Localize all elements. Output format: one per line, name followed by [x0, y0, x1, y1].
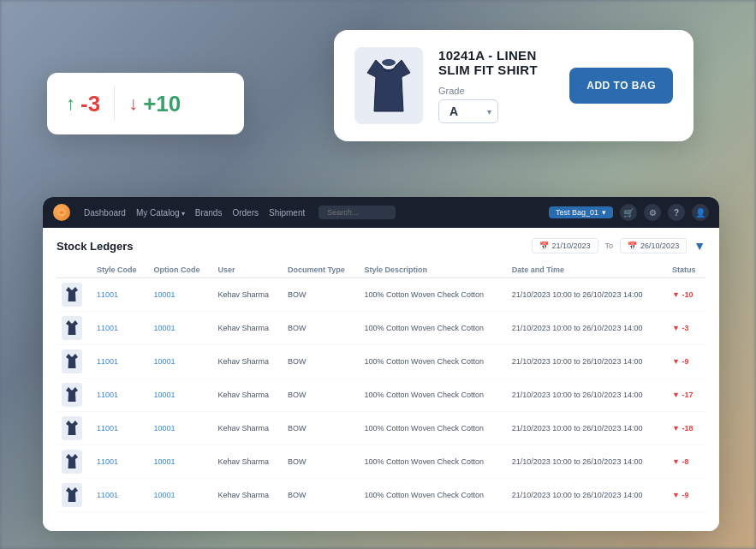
doc-type-cell: BOW	[283, 412, 360, 445]
divider	[114, 87, 115, 121]
style-code-cell: 11001	[92, 479, 149, 512]
add-to-bag-button[interactable]: ADD TO BAG	[569, 68, 673, 104]
nav-my-catalog[interactable]: My Catalog	[136, 208, 185, 218]
stock-positive-value: +10	[143, 91, 181, 117]
nav-orders[interactable]: Orders	[232, 208, 259, 218]
option-code-link[interactable]: 10001	[153, 391, 175, 399]
arrow-down-icon: ↓	[128, 92, 138, 115]
user-cell: Kehav Sharma	[213, 445, 283, 479]
product-image	[354, 47, 423, 124]
status-badge: ▼ -17	[672, 391, 693, 399]
option-code-cell: 10001	[148, 345, 212, 379]
grade-label: Grade	[438, 86, 554, 96]
status-cell: ▼ -9	[667, 479, 705, 512]
settings-button[interactable]: ⚙	[644, 204, 661, 221]
mini-shirt-icon	[65, 420, 79, 437]
to-label: To	[605, 242, 614, 250]
option-code-link[interactable]: 10001	[153, 324, 175, 332]
row-image	[62, 316, 82, 340]
style-code-cell: 11001	[92, 312, 149, 345]
grade-select[interactable]: A B C	[438, 99, 498, 123]
user-cell: Kehav Sharma	[213, 379, 283, 412]
date-to-value: 26/10/2023	[640, 242, 679, 250]
gear-icon: ⚙	[649, 208, 657, 218]
nav-brands[interactable]: Brands	[195, 208, 223, 218]
stock-change-card: ↑ -3 ↓ +10	[47, 73, 244, 134]
table-row: 11001 10001 Kehav Sharma BOW 100% Cotton…	[57, 278, 705, 312]
date-time-cell: 21/10/2023 10:00 to 26/10/2023 14:00	[507, 445, 667, 479]
style-code-link[interactable]: 11001	[97, 290, 118, 299]
mini-shirt-icon	[65, 453, 79, 470]
shirt-icon	[363, 56, 414, 116]
row-image	[62, 283, 82, 307]
style-code-link[interactable]: 11001	[97, 424, 118, 433]
row-image	[62, 383, 82, 407]
option-code-cell: 10001	[148, 445, 212, 479]
page-content: Stock Ledgers 📅 21/10/2023 To 📅 26/10/20…	[43, 228, 719, 531]
row-image-cell	[57, 445, 92, 479]
nav-logo	[53, 204, 70, 221]
stock-ledgers-table: Style Code Option Code User Document Typ…	[57, 262, 705, 512]
status-badge: ▼ -3	[672, 324, 688, 332]
style-code-link[interactable]: 11001	[97, 324, 118, 332]
col-option-code: Option Code	[148, 262, 212, 278]
date-time-cell: 21/10/2023 10:00 to 26/10/2023 14:00	[507, 412, 667, 445]
stock-negative-badge: ↑ -3	[66, 91, 100, 117]
status-cell: ▼ -8	[667, 445, 705, 479]
page-title: Stock Ledgers	[57, 240, 134, 253]
status-cell: ▼ -3	[667, 312, 705, 345]
user-icon: 👤	[695, 208, 705, 218]
style-code-link[interactable]: 11001	[97, 357, 118, 366]
status-badge: ▼ -10	[672, 290, 693, 299]
option-code-link[interactable]: 10001	[153, 491, 175, 499]
user-button[interactable]: 👤	[692, 204, 709, 221]
row-image-cell	[57, 479, 92, 512]
row-image	[62, 416, 82, 440]
date-to-input[interactable]: 📅 26/10/2023	[620, 238, 687, 254]
option-code-link[interactable]: 10001	[153, 290, 175, 299]
user-cell: Kehav Sharma	[213, 345, 283, 379]
style-code-link[interactable]: 11001	[97, 457, 118, 466]
style-code-link[interactable]: 11001	[97, 391, 118, 399]
nav-search-input[interactable]	[318, 206, 396, 219]
option-code-link[interactable]: 10001	[153, 357, 175, 366]
doc-type-cell: BOW	[283, 379, 360, 412]
doc-type-cell: BOW	[283, 479, 360, 512]
mini-shirt-icon	[65, 286, 79, 303]
date-time-cell: 21/10/2023 10:00 to 26/10/2023 14:00	[507, 345, 667, 379]
option-code-link[interactable]: 10001	[153, 457, 175, 466]
status-badge: ▼ -18	[672, 424, 693, 433]
style-code-cell: 11001	[92, 445, 149, 479]
description-cell: 100% Cotton Woven Check Cotton	[360, 479, 507, 512]
nav-links: Dashboard My Catalog Brands Orders Shipm…	[84, 208, 305, 218]
style-code-cell: 11001	[92, 412, 149, 445]
col-img	[57, 262, 92, 278]
row-image-cell	[57, 379, 92, 412]
date-filters: 📅 21/10/2023 To 📅 26/10/2023 ▼	[532, 238, 705, 254]
mini-shirt-icon	[65, 486, 79, 504]
col-status: Status	[667, 262, 705, 278]
col-user: User	[213, 262, 283, 278]
cart-button[interactable]: 🛒	[620, 204, 637, 221]
doc-type-cell: BOW	[283, 345, 360, 379]
status-cell: ▼ -10	[667, 278, 705, 312]
grade-select-wrapper[interactable]: A B C ▾	[438, 99, 498, 123]
cart-icon: 🛒	[623, 208, 634, 218]
row-image-cell	[57, 312, 92, 345]
option-code-cell: 10001	[148, 479, 212, 512]
date-from-input[interactable]: 📅 21/10/2023	[532, 238, 598, 254]
nav-shipment[interactable]: Shipment	[269, 208, 305, 218]
help-button[interactable]: ?	[668, 204, 685, 221]
style-code-link[interactable]: 11001	[97, 491, 118, 499]
row-image	[62, 483, 82, 507]
nav-dashboard[interactable]: Dashboard	[84, 208, 126, 218]
option-code-link[interactable]: 10001	[153, 424, 175, 433]
row-image-cell	[57, 412, 92, 445]
test-bag-button[interactable]: Test Bag_01 ▾	[549, 206, 613, 218]
mini-shirt-icon	[65, 319, 79, 337]
row-image	[62, 450, 82, 474]
stock-positive-badge: ↓ +10	[128, 91, 181, 117]
filter-button[interactable]: ▼	[693, 239, 705, 253]
date-from-value: 21/10/2023	[552, 242, 591, 250]
row-image-cell	[57, 345, 92, 379]
